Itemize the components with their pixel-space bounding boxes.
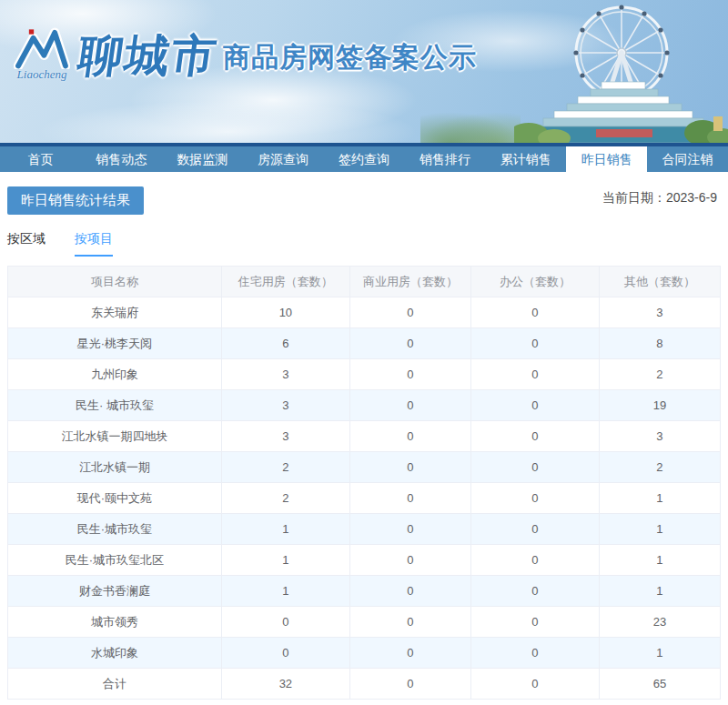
other-count-cell: 19 [599,390,720,421]
col-header-project-name: 项目名称 [8,267,222,297]
table-body: 东关瑞府 10 0 0 3 星光·桃李天阅 6 0 0 8 九州印象 3 [8,297,721,669]
current-date: 当前日期：2023-6-9 [602,190,717,206]
trees-decoration [420,112,521,143]
other-count-cell: 8 [599,328,720,359]
commercial-count-cell: 0 [349,359,470,390]
table-row: 星光·桃李天阅 6 0 0 8 [8,328,721,359]
office-count-cell: 0 [470,483,599,514]
project-name-cell: 九州印象 [8,359,222,390]
table-row: 民生· 城市玖玺 3 0 0 19 [8,390,721,421]
project-name-cell: 东关瑞府 [8,297,222,328]
residential-count-cell: 1 [221,514,349,545]
office-count-cell: 0 [470,576,599,607]
residential-count-cell: 2 [221,483,349,514]
office-count-cell: 0 [470,452,599,483]
nav-item-sales-trends[interactable]: 销售动态 [81,146,162,172]
project-name-cell: 水城印象 [8,638,222,669]
commercial-count-cell: 0 [349,452,470,483]
office-count-cell: 0 [470,421,599,452]
table-total-row: 合计 32 0 0 65 [8,669,721,700]
total-label-cell: 合计 [8,669,222,700]
col-header-office: 办公（套数） [470,267,599,297]
other-count-cell: 23 [599,607,720,638]
total-office-cell: 0 [470,669,599,700]
residential-count-cell: 0 [221,607,349,638]
office-count-cell: 0 [470,359,599,390]
other-count-cell: 1 [599,545,720,576]
residential-count-cell: 3 [221,390,349,421]
table-row: 财金书香澜庭 1 0 0 1 [8,576,721,607]
logo-red-dot [29,29,34,34]
table-row: 江北水镇一期四地块 3 0 0 3 [8,421,721,452]
office-count-cell: 0 [470,390,599,421]
sales-table: 项目名称 住宅用房（套数） 商业用房（套数） 办公（套数） 其他（套数） 东关瑞… [7,266,721,700]
project-name-cell: 江北水镇一期 [8,452,222,483]
table-row: 民生·城市玖玺 1 0 0 1 [8,514,721,545]
commercial-count-cell: 0 [349,514,470,545]
office-count-cell: 0 [470,328,599,359]
project-name-cell: 财金书香澜庭 [8,576,222,607]
commercial-count-cell: 0 [349,607,470,638]
table-row: 东关瑞府 10 0 0 3 [8,297,721,328]
tab-by-region[interactable]: 按区域 [7,231,46,257]
col-header-other: 其他（套数） [599,267,720,297]
site-subtitle: 商品房网签备案公示 [223,39,477,82]
residential-count-cell: 0 [221,638,349,669]
table-header-row: 项目名称 住宅用房（套数） 商业用房（套数） 办公（套数） 其他（套数） [8,267,721,297]
project-name-cell: 民生·城市玖玺北区 [8,545,222,576]
commercial-count-cell: 0 [349,421,470,452]
residential-count-cell: 2 [221,452,349,483]
residential-count-cell: 10 [221,297,349,328]
office-count-cell: 0 [470,514,599,545]
table-row: 水城印象 0 0 0 1 [8,638,721,669]
commercial-count-cell: 0 [349,638,470,669]
table-row: 现代·颐中文苑 2 0 0 1 [8,483,721,514]
site-banner: Liaocheng 聊城市 商品房网签备案公示 [0,0,728,143]
residential-count-cell: 3 [221,359,349,390]
residential-count-cell: 6 [221,328,349,359]
city-name-calligraphy: 聊城市 [67,34,226,82]
logo-script-text: Liaocheng [13,67,71,82]
project-name-cell: 城市领秀 [8,607,222,638]
col-header-commercial: 商业用房（套数） [349,267,470,297]
nav-item-listing-query[interactable]: 房源查询 [243,146,324,172]
office-count-cell: 0 [470,638,599,669]
main-content: 昨日销售统计结果 当前日期：2023-6-9 按区域 按项目 项目名称 住宅用房… [0,172,728,700]
nav-item-sales-ranking[interactable]: 销售排行 [404,146,485,172]
office-count-cell: 0 [470,607,599,638]
project-name-cell: 江北水镇一期四地块 [8,421,222,452]
commercial-count-cell: 0 [349,390,470,421]
nav-item-home[interactable]: 首页 [0,146,81,172]
commercial-count-cell: 0 [349,328,470,359]
site-logo: Liaocheng [13,27,71,82]
site-brand: Liaocheng 聊城市 商品房网签备案公示 [13,27,477,82]
other-count-cell: 1 [599,638,720,669]
nav-item-cumulative-sales[interactable]: 累计销售 [485,146,566,172]
main-navigation: 首页 销售动态 数据监测 房源查询 签约查询 销售排行 累计销售 昨日销售 合同… [0,146,728,172]
project-name-cell: 民生· 城市玖玺 [8,390,222,421]
view-tabs: 按区域 按项目 [7,231,721,257]
table-row: 江北水镇一期 2 0 0 2 [8,452,721,483]
nav-item-yesterday-sales[interactable]: 昨日销售 [566,146,647,172]
logo-m-icon [14,27,70,69]
table-row: 民生·城市玖玺北区 1 0 0 1 [8,545,721,576]
nav-item-contract-cancel[interactable]: 合同注销 [647,146,728,172]
table-row: 九州印象 3 0 0 2 [8,359,721,390]
total-residential-cell: 32 [221,669,349,700]
page-title: 昨日销售统计结果 [7,186,144,215]
nav-item-signing-query[interactable]: 签约查询 [324,146,405,172]
office-count-cell: 0 [470,297,599,328]
commercial-count-cell: 0 [349,483,470,514]
other-count-cell: 3 [599,421,720,452]
tab-by-project[interactable]: 按项目 [75,231,113,257]
project-name-cell: 民生·城市玖玺 [8,514,222,545]
residential-count-cell: 1 [221,576,349,607]
nav-item-data-monitor[interactable]: 数据监测 [162,146,243,172]
other-count-cell: 2 [599,452,720,483]
total-commercial-cell: 0 [349,669,470,700]
other-count-cell: 1 [599,514,720,545]
project-name-cell: 星光·桃李天阅 [8,328,222,359]
table-row: 城市领秀 0 0 0 23 [8,607,721,638]
commercial-count-cell: 0 [349,297,470,328]
other-count-cell: 1 [599,576,720,607]
